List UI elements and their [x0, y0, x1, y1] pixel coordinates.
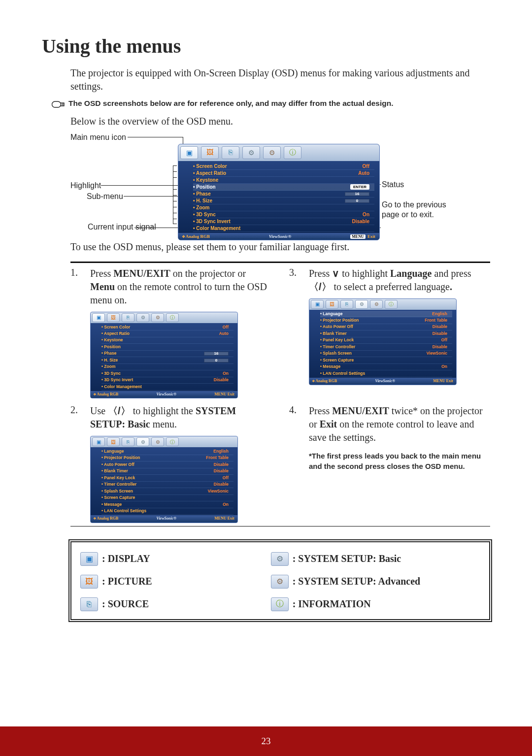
osd-item: • MessageOn — [101, 501, 233, 508]
hand-pointer-icon — [52, 100, 65, 109]
legend-icon: ⚙ — [271, 575, 289, 589]
legend-label: : SYSTEM SETUP: Advanced — [293, 576, 421, 587]
setup-basic-icon: ⚙ — [136, 313, 149, 322]
legend-label: : PICTURE — [102, 576, 152, 587]
legend-icon: ⚙ — [271, 552, 289, 566]
osd-item: • Screen Capture — [101, 495, 233, 501]
page-content: Using the menus The projector is equippe… — [0, 0, 532, 620]
osd-item-value: On — [363, 212, 369, 217]
legend-label: : SYSTEM SETUP: Basic — [293, 553, 401, 564]
step-1: 1. Press MENU/EXIT on the projector or M… — [70, 267, 271, 398]
osd-item-label: • Panel Key Lock — [320, 337, 354, 343]
osd-item-label: • Phase — [101, 351, 116, 356]
osd-item: • LanguageEnglish — [320, 311, 452, 317]
post-text: To use the OSD menus, please set them to… — [70, 241, 490, 253]
osd-item-label: • Zoom — [193, 205, 210, 210]
osd-item-label: • Color Management — [193, 226, 240, 231]
osd-item: • Screen ColorOff — [101, 324, 233, 330]
step-4: 4. Press MENU/EXIT twice* on the project… — [289, 404, 490, 523]
osd-item: • 3D Sync InvertDisable — [193, 218, 374, 225]
picture-icon: 🖼 — [201, 146, 219, 159]
osd-item-value: Off — [223, 325, 229, 330]
osd-item: • Phase — [101, 351, 233, 357]
osd-overview-diagram: Main menu icon Highlight Sub-menu Curren… — [70, 133, 490, 241]
osd-item-label: • Panel Key Lock — [101, 475, 135, 481]
osd-item: • Screen Capture — [320, 357, 452, 363]
step-3: 3. Press ∨ to highlight Language and pre… — [289, 267, 490, 398]
osd-item-value: Auto — [358, 170, 369, 176]
osd-item-label: • LAN Control Settings — [320, 371, 365, 376]
intro-text: The projector is equipped with On-Screen… — [70, 66, 490, 93]
source-icon: ⎘ — [122, 313, 134, 322]
osd-item: • Color Management — [101, 384, 233, 390]
osd-item-label: • Language — [320, 311, 342, 317]
osd-footer-left: Analog RGB — [186, 234, 210, 239]
osd-item-label: • H. Size — [193, 198, 212, 203]
osd-item: • Panel Key LockOff — [101, 475, 233, 481]
legend-item: ▣: DISPLAY — [80, 552, 271, 566]
setup-adv-icon: ⚙ — [263, 146, 281, 159]
osd-item: • Color Management — [193, 225, 374, 232]
label-highlight: Highlight — [70, 181, 101, 190]
legend-item: ⎘: SOURCE — [80, 597, 271, 611]
osd-item: • LanguageEnglish — [101, 448, 233, 455]
source-icon: ⎘ — [340, 300, 353, 309]
step4-note: *The first press leads you back to the m… — [309, 451, 490, 471]
osd-item: • Keystone — [193, 177, 374, 184]
osd-item: • MessageOn — [320, 364, 452, 370]
legend-label: : INFORMATION — [293, 598, 371, 610]
picture-icon: 🖼 — [107, 437, 120, 446]
osd-item-label: • LAN Control Settings — [101, 508, 146, 514]
setup-adv-icon: ⚙ — [151, 313, 164, 322]
setup-basic-icon: ⚙ — [136, 437, 149, 446]
osd-item-label: • Projector Position — [320, 318, 359, 323]
osd-item-label: • Keystone — [193, 177, 218, 183]
osd-item-value: Disable — [214, 468, 229, 474]
value-bar — [345, 192, 369, 196]
legend-item: ⚙: SYSTEM SETUP: Advanced — [271, 575, 480, 589]
label-submenu: Sub-menu — [87, 192, 123, 201]
legend-item: ⓘ: INFORMATION — [271, 597, 480, 611]
osd-item: • Blank TimerDisable — [101, 468, 233, 475]
osd-item-label: • Timer Controller — [320, 344, 355, 350]
osd-item: • Blank TimerDisable — [320, 330, 452, 337]
osd-item-label: • H. Size — [101, 358, 118, 363]
note-text: The OSD screenshots below are for refere… — [68, 99, 394, 108]
picture-icon: 🖼 — [326, 300, 338, 309]
legend-icon: ⎘ — [80, 597, 98, 611]
osd-step2-screenshot: ▣ 🖼 ⎘ ⚙ ⚙ ⓘ • LanguageEnglish• Projector… — [90, 436, 238, 523]
osd-item: • Phase — [193, 191, 374, 197]
osd-footer-brand: ViewSonic® — [269, 234, 292, 239]
osd-main-screenshot: ▣ 🖼 ⎘ ⚙ ⚙ ⓘ • Screen ColorOff• Aspect Ra… — [178, 144, 380, 240]
osd-item-value: On — [441, 364, 447, 369]
osd-item-label: • Zoom — [101, 364, 115, 369]
info-icon: ⓘ — [385, 300, 398, 309]
osd-item-value: Disable — [214, 377, 229, 383]
osd-item: • Panel Key LockOff — [320, 337, 452, 344]
info-icon: ⓘ — [284, 146, 301, 159]
osd-item-label: • Splash Screen — [320, 351, 352, 356]
osd-item-value: Disable — [352, 219, 369, 224]
label-goto: Go to the previous page or to exit. — [382, 200, 466, 220]
osd-item-value: Disable — [432, 331, 447, 336]
osd-item-label: • Aspect Ratio — [101, 331, 130, 336]
osd-item-value: Auto — [219, 331, 229, 336]
osd-item: • Timer ControllerDisable — [320, 344, 452, 350]
osd-item: • Projector PositionFront Table — [320, 317, 452, 324]
legend-box: ▣: DISPLAY⚙: SYSTEM SETUP: Basic🖼: PICTU… — [70, 541, 490, 620]
info-icon: ⓘ — [166, 313, 179, 322]
osd-step1-screenshot: ▣ 🖼 ⎘ ⚙ ⚙ ⓘ • Screen ColorOff• Aspect Ra… — [90, 312, 238, 398]
legend-icon: ▣ — [80, 552, 98, 566]
osd-item-label: • Position — [101, 344, 121, 350]
osd-item-label: • Blank Timer — [101, 468, 128, 474]
osd-item-value: English — [432, 311, 447, 317]
source-icon: ⎘ — [222, 146, 239, 159]
page-number: 23 — [262, 736, 271, 747]
osd-item-value: Disable — [214, 482, 229, 487]
enter-badge: ENTER — [350, 184, 369, 190]
osd-item-value: Off — [441, 337, 447, 343]
legend-icon: 🖼 — [80, 575, 98, 589]
osd-item-label: • Message — [101, 502, 122, 507]
legend-label: : DISPLAY — [102, 553, 150, 564]
display-icon: ▣ — [92, 313, 105, 322]
